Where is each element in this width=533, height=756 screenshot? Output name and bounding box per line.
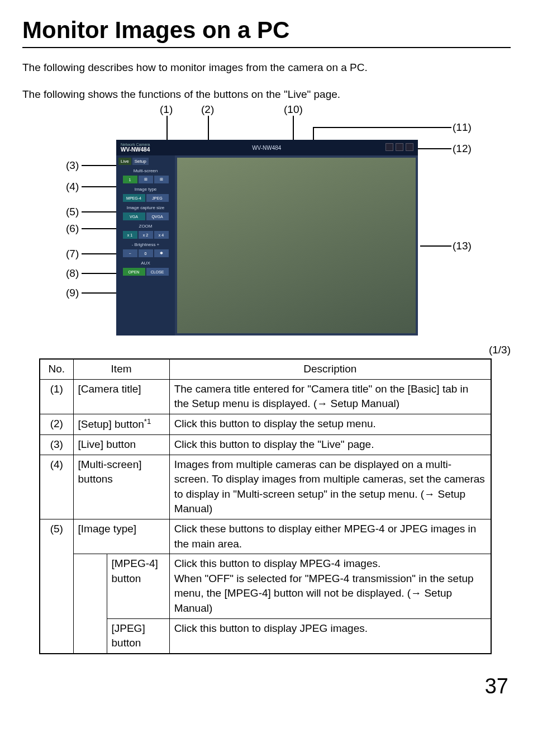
callout-13: (13) — [453, 240, 472, 252]
zoom-x1-button[interactable]: x 1 — [123, 231, 137, 239]
row1-item: [Camera title] — [73, 379, 169, 414]
zoom-x4-button[interactable]: x 4 — [154, 231, 169, 239]
row4-item: [Multi-screen] buttons — [73, 455, 169, 519]
multiscreen-label: Multi-screen — [118, 168, 173, 173]
brightness-zero-button[interactable]: 0 — [139, 249, 153, 257]
callout-10: (10) — [284, 103, 303, 116]
mpeg4-button[interactable]: MPEG-4 — [123, 194, 145, 202]
page-title: Monitor Images on a PC — [22, 17, 511, 48]
main-video-area — [177, 158, 416, 333]
callout-12: (12) — [453, 143, 472, 155]
row3-no: (3) — [40, 434, 73, 455]
callout-1: (1) — [160, 103, 173, 116]
row4-desc: Images from multiple cameras can be disp… — [169, 455, 491, 519]
aux-label: AUX — [118, 261, 173, 266]
row2-item: [Setup] button*1 — [73, 414, 169, 435]
setup-button[interactable]: Setup — [132, 158, 149, 165]
table-page-counter: (1/3) — [22, 344, 511, 356]
callout-4: (4) — [66, 181, 79, 193]
th-no: No. — [40, 359, 73, 379]
zoom-label: ZOOM — [118, 224, 173, 229]
row5-sub-spacer — [73, 554, 107, 654]
callout-7: (7) — [66, 248, 79, 260]
multiscreen-button-4b[interactable]: ⊞ — [154, 176, 169, 183]
brightness-label: - Brightness + — [118, 242, 173, 247]
row5-no: (5) — [40, 519, 73, 653]
mock-titlebar-icons — [383, 143, 413, 152]
mock-camera-title: WV-NW484 — [252, 145, 281, 151]
row5a-item: [MPEG-4] button — [107, 554, 169, 618]
aux-close-button[interactable]: CLOSE — [146, 268, 169, 276]
qvga-button[interactable]: QVGA — [146, 212, 169, 220]
row1-no: (1) — [40, 379, 73, 414]
row1-desc: The camera title entered for "Camera tit… — [169, 379, 491, 414]
row4-no: (4) — [40, 455, 73, 519]
capture-size-label: Image capture size — [118, 205, 173, 210]
callout-9: (9) — [66, 287, 79, 299]
row5-desc: Click these buttons to display either MP… — [169, 519, 491, 554]
live-page-figure: (1) (2) (10) (11) (12) (13) (3) (4) (5) … — [22, 103, 508, 338]
vga-button[interactable]: VGA — [123, 212, 145, 220]
brightness-up-button[interactable]: ✱ — [154, 249, 169, 257]
callout-3: (3) — [66, 159, 79, 172]
live-button[interactable]: Live — [118, 158, 131, 165]
mock-model-label: WV-NW484 — [121, 147, 150, 153]
row3-item: [Live] button — [73, 434, 169, 455]
row5-item: [Image type] — [73, 519, 169, 554]
row3-desc: Click this button to display the "Live" … — [169, 434, 491, 455]
multiscreen-button-1[interactable]: 1 — [123, 176, 137, 183]
mock-brand-label: Network Camera — [121, 143, 150, 147]
zoom-x2-button[interactable]: x 2 — [139, 231, 153, 239]
row2-no: (2) — [40, 414, 73, 435]
callout-2: (2) — [201, 103, 214, 116]
callout-11: (11) — [453, 121, 472, 134]
multiscreen-button-4a[interactable]: ⊞ — [139, 176, 153, 183]
callout-5: (5) — [66, 206, 79, 218]
row5a-desc: Click this button to display MPEG-4 imag… — [169, 554, 491, 618]
brightness-down-button[interactable]: − — [123, 249, 137, 257]
image-type-label: Image type — [118, 187, 173, 192]
callout-6: (6) — [66, 223, 79, 235]
row2-desc: Click this button to display the setup m… — [169, 414, 491, 435]
row5b-desc: Click this button to display JPEG images… — [169, 618, 491, 654]
live-page-screenshot: Network Camera WV-NW484 WV-NW484 Live Se… — [116, 140, 418, 336]
aux-open-button[interactable]: OPEN — [123, 268, 145, 276]
intro-paragraph-2: The following shows the functions of the… — [22, 87, 511, 102]
intro-paragraph-1: The following describes how to monitor i… — [22, 60, 511, 75]
page-number: 37 — [22, 674, 511, 698]
th-item: Item — [73, 359, 169, 379]
mock-titlebar: Network Camera WV-NW484 WV-NW484 — [116, 140, 418, 155]
row5b-item: [JPEG] button — [107, 618, 169, 654]
jpeg-button[interactable]: JPEG — [146, 194, 169, 202]
function-table: No. Item Description (1) [Camera title] … — [39, 358, 492, 654]
mock-sidebar: Live Setup Multi-screen 1 ⊞ ⊞ Image type… — [116, 155, 175, 336]
th-desc: Description — [169, 359, 491, 379]
callout-8: (8) — [66, 267, 79, 280]
